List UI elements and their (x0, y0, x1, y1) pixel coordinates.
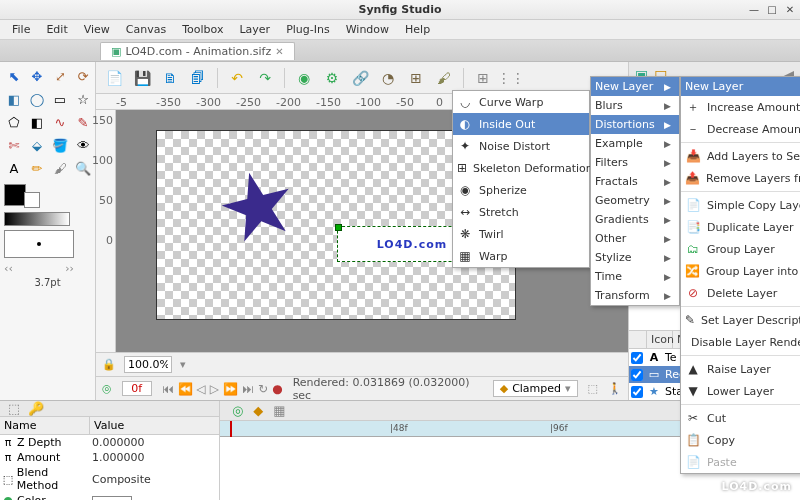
zoom-input[interactable] (124, 356, 172, 373)
tb-saveall[interactable]: 🗐 (186, 66, 210, 90)
animate-toggle-icon[interactable]: ◎ (102, 382, 112, 395)
tb-redo[interactable]: ↷ (253, 66, 277, 90)
mi-disable-rendering[interactable]: Disable Layer Rendering (681, 331, 800, 353)
mi-geometry[interactable]: Geometry▶ (591, 191, 679, 210)
tb-grid[interactable]: ⊞ (471, 66, 495, 90)
params-key-icon[interactable]: 🔑 (28, 401, 44, 416)
lock-icon[interactable]: 🔒 (102, 358, 116, 371)
mi-warp[interactable]: ▦Warp (453, 245, 589, 267)
fill-color-swatch[interactable] (24, 192, 40, 208)
interpolation-dropdown[interactable]: ◆ Clamped ▾ (493, 380, 578, 397)
color-swatch[interactable] (92, 496, 132, 501)
mi-increase-amount[interactable]: ＋Increase Amount (681, 96, 800, 118)
tool-spline[interactable]: ∿ (50, 112, 70, 132)
stroke-dec-icon[interactable]: ‹‹ (4, 262, 13, 275)
meta-tab-icon[interactable]: ▦ (273, 403, 285, 418)
maximize-icon[interactable]: □ (766, 4, 778, 16)
mi-raise-layer[interactable]: ▲Raise Layer (681, 358, 800, 380)
tool-smooth-move[interactable]: ✥ (27, 66, 47, 86)
star-layer[interactable]: ★ (207, 153, 307, 260)
menu-file[interactable]: File (6, 21, 36, 38)
tool-brush[interactable]: 🖌 (50, 158, 70, 178)
frame-input[interactable] (122, 381, 152, 396)
tool-sketch[interactable]: ✏ (27, 158, 47, 178)
mi-gradients[interactable]: Gradients▶ (591, 210, 679, 229)
mi-set-description[interactable]: ✎Set Layer Description (681, 309, 800, 331)
close-icon[interactable]: ✕ (784, 4, 796, 16)
mi-stretch[interactable]: ↔Stretch (453, 201, 589, 223)
tb-onion[interactable]: ◔ (376, 66, 400, 90)
tool-width[interactable]: ⬙ (27, 135, 47, 155)
tb-link[interactable]: 🔗 (348, 66, 372, 90)
tb-preview[interactable]: ◉ (292, 66, 316, 90)
layer-visible-checkbox[interactable] (631, 369, 643, 381)
menu-view[interactable]: View (78, 21, 116, 38)
stroke-size[interactable]: 3.7pt (4, 277, 91, 288)
mi-other[interactable]: Other▶ (591, 229, 679, 248)
menu-canvas[interactable]: Canvas (120, 21, 172, 38)
layer-visible-checkbox[interactable] (631, 386, 643, 398)
tool-gradient[interactable]: ◧ (27, 112, 47, 132)
curves-tab-icon[interactable]: ◆ (253, 403, 263, 418)
tool-draw[interactable]: ✎ (73, 112, 93, 132)
tab-close-icon[interactable]: ✕ (275, 46, 283, 57)
seek-next-kf-icon[interactable]: ⏩ (223, 382, 238, 396)
mi-new-layer-top[interactable]: New Layer▶ (681, 77, 800, 96)
mi-delete-layer[interactable]: ⊘Delete Layer (681, 282, 800, 304)
menu-edit[interactable]: Edit (40, 21, 73, 38)
zoom-dropdown-icon[interactable]: ▾ (180, 358, 186, 371)
tb-saveas[interactable]: 🗎 (158, 66, 182, 90)
keyframe-icon[interactable]: ⬚ (588, 382, 598, 395)
tb-brush2[interactable]: 🖌 (432, 66, 456, 90)
tool-rotate[interactable]: ⟳ (73, 66, 93, 86)
mi-example[interactable]: Example▶ (591, 134, 679, 153)
outline-color-swatch[interactable] (4, 184, 26, 206)
tb-render[interactable]: ⚙ (320, 66, 344, 90)
mi-lower-layer[interactable]: ▼Lower Layer (681, 380, 800, 402)
mi-noise-distort[interactable]: ✦Noise Distort (453, 135, 589, 157)
seek-end-icon[interactable]: ⏭ (242, 382, 254, 396)
param-row[interactable]: πAmount1.000000 (0, 450, 219, 465)
mi-blurs[interactable]: Blurs▶ (591, 96, 679, 115)
mi-distortions[interactable]: Distortions▶ (591, 115, 679, 134)
play-back-icon[interactable]: ◁ (197, 382, 206, 396)
params-tab-icon[interactable]: ⬚ (8, 401, 20, 416)
tool-star[interactable]: ☆ (73, 89, 93, 109)
record-icon[interactable]: ● (272, 382, 282, 396)
param-row[interactable]: ●Color (0, 493, 219, 500)
mi-transform[interactable]: Transform▶ (591, 286, 679, 305)
menu-help[interactable]: Help (399, 21, 436, 38)
mi-simple-copy[interactable]: 📄Simple Copy Layer (681, 194, 800, 216)
mi-copy[interactable]: 📋Copy (681, 429, 800, 451)
minimize-icon[interactable]: — (748, 4, 760, 16)
mi-fractals[interactable]: Fractals▶ (591, 172, 679, 191)
mi-remove-from-set[interactable]: 📤Remove Layers from a Set (681, 167, 800, 189)
tool-transform[interactable]: ⬉ (4, 66, 24, 86)
mi-twirl[interactable]: ❋Twirl (453, 223, 589, 245)
mi-group-switch[interactable]: 🔀Group Layer into Switch (681, 260, 800, 282)
animate-mode-icon[interactable]: 🚶 (608, 382, 622, 395)
mi-group-layer[interactable]: 🗂Group Layer (681, 238, 800, 260)
loop-icon[interactable]: ↻ (258, 382, 268, 396)
mi-decrease-amount[interactable]: －Decrease Amount (681, 118, 800, 140)
tool-scale[interactable]: ⤢ (50, 66, 70, 86)
layer-visible-checkbox[interactable] (631, 352, 643, 364)
tb-save[interactable]: 💾 (130, 66, 154, 90)
tool-polygon[interactable]: ⬠ (4, 112, 24, 132)
document-tab[interactable]: ▣ LO4D.com - Animation.sifz ✕ (100, 42, 295, 60)
tool-zoom[interactable]: 🔍 (73, 158, 93, 178)
tool-eyedrop[interactable]: 👁 (73, 135, 93, 155)
mi-filters[interactable]: Filters▶ (591, 153, 679, 172)
mi-curve-warp[interactable]: ◡Curve Warp (453, 91, 589, 113)
gradient-swatch[interactable] (4, 212, 70, 226)
tool-rectangle[interactable]: ▭ (50, 89, 70, 109)
mi-new-layer[interactable]: New Layer▶ (591, 77, 679, 96)
timetrack-tab-icon[interactable]: ◎ (232, 403, 243, 418)
mi-time[interactable]: Time▶ (591, 267, 679, 286)
mi-skeleton-deform[interactable]: ⊞Skeleton Deformation (453, 157, 589, 179)
menu-toolbox[interactable]: Toolbox (176, 21, 229, 38)
tool-cutout[interactable]: ✄ (4, 135, 24, 155)
mi-inside-out[interactable]: ◐Inside Out (453, 113, 589, 135)
mi-cut[interactable]: ✂Cut (681, 407, 800, 429)
play-icon[interactable]: ▷ (210, 382, 219, 396)
